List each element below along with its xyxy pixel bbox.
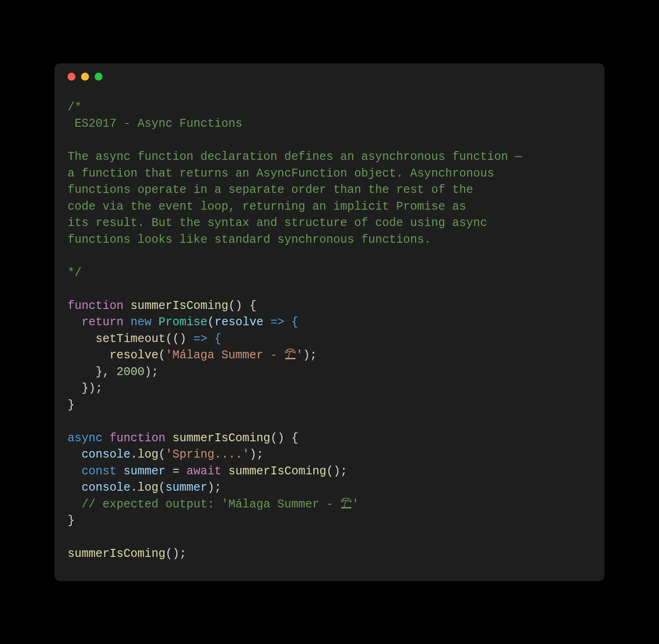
fn-settimeout: setTimeout bbox=[96, 332, 165, 346]
keyword-return: return bbox=[82, 315, 124, 329]
fn-log: log bbox=[137, 448, 158, 461]
title-bar bbox=[55, 63, 604, 85]
close-call: ); bbox=[207, 481, 221, 494]
paren-open: ( bbox=[165, 332, 172, 346]
paren-open: ( bbox=[207, 315, 214, 329]
var-summer: summer bbox=[124, 465, 165, 478]
fn-call: summerIsComing bbox=[228, 465, 326, 478]
class-promise: Promise bbox=[158, 315, 207, 329]
obj-console: console bbox=[82, 481, 130, 494]
brace-close: } bbox=[96, 365, 103, 379]
keyword-async: async bbox=[68, 432, 103, 445]
paren-open: ( bbox=[228, 299, 235, 313]
string-literal: 'Málaga Summer - ⛱' bbox=[165, 349, 303, 362]
keyword-new: new bbox=[130, 315, 151, 329]
paren-open: ( bbox=[158, 481, 165, 494]
comment-line: The async function declaration defines a… bbox=[68, 150, 522, 164]
paren-close: ) bbox=[179, 332, 186, 346]
keyword-function: function bbox=[68, 299, 124, 313]
comment-line: a function that returns an AsyncFunction… bbox=[68, 167, 494, 180]
comment-open: /* bbox=[68, 101, 82, 114]
keyword-function: function bbox=[110, 432, 165, 445]
close-promise: }); bbox=[82, 382, 103, 395]
paren-close: ) bbox=[235, 299, 242, 313]
paren-open: ( bbox=[270, 432, 277, 445]
close-call: ); bbox=[144, 365, 158, 379]
paren-open: ( bbox=[158, 448, 165, 461]
comment-close: */ bbox=[68, 266, 82, 280]
code-window: /* ES2017 - Async Functions The async fu… bbox=[55, 63, 604, 581]
zoom-icon[interactable] bbox=[95, 73, 103, 81]
brace-close: } bbox=[68, 514, 75, 528]
function-name: summerIsComing bbox=[172, 432, 270, 445]
brace-close: } bbox=[68, 398, 75, 412]
empty-args: (); bbox=[165, 547, 186, 561]
fn-log: log bbox=[137, 481, 158, 494]
string-literal: 'Spring....' bbox=[165, 448, 249, 461]
obj-console: console bbox=[82, 448, 130, 461]
comment-line: its result. But the syntax and structure… bbox=[68, 216, 487, 230]
arrow: => { bbox=[263, 315, 298, 329]
comma: , bbox=[103, 365, 117, 379]
paren-close: ) bbox=[277, 432, 284, 445]
keyword-await: await bbox=[186, 465, 221, 478]
empty-args: (); bbox=[326, 465, 347, 478]
comment-title: ES2017 - Async Functions bbox=[68, 117, 242, 130]
param-resolve: resolve bbox=[214, 315, 263, 329]
fn-call: summerIsComing bbox=[68, 547, 165, 561]
comment-expected: // expected output: 'Málaga Summer - ⛱' bbox=[82, 498, 359, 511]
function-name: summerIsComing bbox=[130, 299, 228, 313]
brace-open: { bbox=[242, 299, 256, 313]
paren-open: ( bbox=[158, 349, 165, 362]
dot: . bbox=[130, 481, 137, 494]
paren-open: ( bbox=[172, 332, 179, 346]
fn-resolve: resolve bbox=[110, 349, 158, 362]
equals: = bbox=[165, 465, 186, 478]
comment-line: functions looks like standard synchronou… bbox=[68, 233, 431, 247]
brace-open: { bbox=[284, 432, 298, 445]
arrow: => { bbox=[186, 332, 221, 346]
dot: . bbox=[130, 448, 137, 461]
code-editor[interactable]: /* ES2017 - Async Functions The async fu… bbox=[55, 85, 604, 567]
var-summer: summer bbox=[165, 481, 207, 494]
minimize-icon[interactable] bbox=[81, 73, 89, 81]
number-literal: 2000 bbox=[117, 365, 144, 379]
close-call: ); bbox=[249, 448, 263, 461]
close-call: ); bbox=[303, 349, 317, 362]
keyword-const: const bbox=[82, 465, 117, 478]
comment-line: code via the event loop, returning an im… bbox=[68, 200, 466, 213]
close-icon[interactable] bbox=[68, 73, 76, 81]
comment-line: functions operate in a separate order th… bbox=[68, 183, 473, 197]
